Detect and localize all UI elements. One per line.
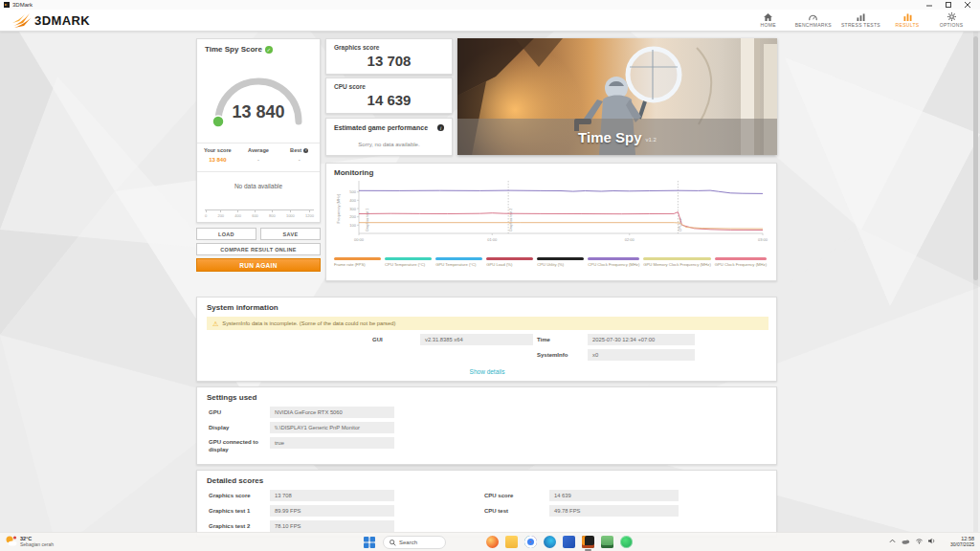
logo-swoosh-icon — [11, 11, 33, 29]
nav-results[interactable]: RESULTS — [890, 13, 924, 28]
hist-tick-label: 400 — [234, 213, 241, 218]
your-score-value: 13 840 — [197, 157, 238, 163]
estimated-empty-text: Sorry, no data available. — [326, 142, 452, 147]
cpu-test-value: 49.78 FPS — [549, 505, 679, 517]
home-icon — [764, 13, 772, 21]
tray-chevron-up-icon[interactable] — [889, 539, 896, 543]
legend-label: GPU Clock Frequency (MHz) — [715, 262, 767, 267]
legend-item: GPU Load (%) — [486, 257, 537, 267]
svg-text:Graphics test 1: Graphics test 1 — [366, 209, 369, 231]
svg-text:400: 400 — [349, 198, 356, 203]
scrollbar-thumb[interactable] — [973, 36, 978, 280]
legend-label: CPU Utility (%) — [537, 262, 564, 267]
load-button[interactable]: LOAD — [196, 228, 256, 240]
minimize-icon[interactable] — [924, 1, 934, 9]
whatsapp-icon[interactable] — [620, 536, 633, 548]
best-info-icon[interactable]: i — [303, 148, 308, 153]
maximize-icon[interactable] — [944, 1, 953, 9]
cpu-score-card: CPU score 14 639 — [325, 77, 453, 114]
cpu-score-label: CPU score — [334, 83, 366, 90]
hist-tick-label: 200 — [217, 213, 224, 218]
sysinfo-warning-text: SystemInfo data is incomplete. (Some of … — [222, 320, 395, 326]
legend-item: GPU Clock Frequency (MHz) — [715, 257, 770, 267]
gpu-connected-value: true — [270, 437, 394, 449]
show-details-link[interactable]: Show details — [439, 368, 535, 375]
best-label: Best i — [278, 147, 320, 153]
svg-text:300: 300 — [349, 207, 356, 211]
gui-field-label: GUI — [372, 337, 383, 342]
run-again-button[interactable]: RUN AGAIN — [196, 258, 321, 272]
logo-text: 3DMARK — [34, 13, 90, 28]
results-bars-icon — [903, 13, 912, 21]
systeminfo-field-value: x0 — [588, 349, 695, 361]
graphics-score-value: 13 708 — [326, 53, 452, 69]
weather-widget[interactable]: 32°C Sebagian cerah — [5, 535, 54, 547]
warning-icon: ⚠ — [212, 320, 218, 327]
word-app-icon[interactable] — [563, 536, 575, 548]
start-button[interactable] — [364, 537, 375, 548]
speaker-icon[interactable] — [928, 538, 936, 544]
detailed-graphics-score-label: Graphics score — [209, 493, 251, 498]
nav-home[interactable]: HOME — [751, 13, 786, 28]
brand-logo: 3DMARK — [11, 11, 90, 29]
taskbar-app-icons — [486, 536, 633, 548]
sysinfo-warning-banner: ⚠ SystemInfo data is incomplete. (Some o… — [207, 317, 768, 330]
score-value: 13 840 — [232, 102, 284, 121]
svg-text:00:00: 00:00 — [354, 237, 365, 242]
nav-options[interactable]: OPTIONS — [934, 12, 969, 28]
legend-color-bar — [435, 257, 482, 260]
file-explorer-icon[interactable] — [505, 536, 518, 548]
svg-text:Frequency (MHz): Frequency (MHz) — [336, 193, 341, 224]
gpu-setting-label: GPU — [209, 409, 268, 415]
app-header: 3DMARK HOME BENCHMARKS STRESS TESTS — [0, 10, 980, 32]
browser-firefox-icon[interactable] — [486, 536, 499, 548]
search-icon — [390, 540, 396, 546]
score-card-title: Time Spy Score — [205, 45, 262, 54]
taskbar-search[interactable]: Search — [383, 536, 446, 549]
nav-stress-tests[interactable]: STRESS TESTS — [841, 13, 880, 28]
legend-label: GPU Load (%) — [486, 262, 512, 267]
browser-chrome-icon[interactable] — [524, 536, 537, 548]
score-gauge: 13 840 — [206, 64, 311, 129]
onedrive-cloud-icon[interactable] — [902, 539, 910, 544]
monitoring-legend: Frame rate (FPS)CPU Temperature (°C)GPU … — [334, 257, 770, 267]
divider — [197, 171, 320, 172]
detailed-scores-card: Detailed scores Graphics score 13 708 Gr… — [196, 470, 777, 537]
average-label: Average — [238, 147, 279, 153]
svg-text:200: 200 — [349, 214, 356, 219]
close-icon[interactable] — [963, 1, 972, 9]
estimated-info-icon[interactable]: i — [437, 124, 444, 131]
monitoring-title: Monitoring — [334, 168, 373, 177]
banner-title: Time Spy — [578, 129, 641, 145]
display-settings-app-icon[interactable] — [601, 536, 613, 548]
legend-item: CPU Temperature (°C) — [385, 257, 435, 267]
system-information-card: System information ⚠ SystemInfo data is … — [196, 297, 777, 382]
best-label-text: Best — [290, 147, 301, 153]
histogram-axis: 0 200 400 600 800 1000 1200 — [205, 209, 314, 218]
nav-benchmarks-label: BENCHMARKS — [795, 22, 832, 28]
legend-item: Frame rate (FPS) — [334, 257, 385, 267]
window-title: 3DMark — [12, 2, 33, 8]
hist-tick-label: 0 — [205, 213, 207, 218]
clock-date: 30/07/2025 — [950, 541, 974, 547]
score-stats-row: Your score 13 840 Average - Best i - — [197, 147, 320, 163]
3dmark-app-icon[interactable] — [582, 536, 594, 548]
estimated-performance-card: Estimated game performance i Sorry, no d… — [325, 118, 453, 156]
nav-benchmarks[interactable]: BENCHMARKS — [795, 13, 832, 28]
cpu-score-value: 14 639 — [326, 92, 452, 108]
banner-caption: Time Spy v1.2 — [457, 119, 777, 155]
display-setting-label: Display — [209, 425, 268, 430]
hist-tick-label: 600 — [252, 213, 258, 218]
wifi-icon[interactable] — [916, 539, 923, 544]
browser-edge-icon[interactable] — [544, 536, 556, 548]
your-score-label: Your score — [197, 147, 238, 153]
taskbar-clock[interactable]: 12:58 30/07/2025 — [950, 536, 974, 547]
gpu-setting-value: NVIDIA GeForce RTX 5060 — [270, 407, 394, 418]
system-tray — [889, 538, 936, 544]
nav-results-label: RESULTS — [896, 22, 920, 28]
compare-result-online-button[interactable]: COMPARE RESULT ONLINE — [196, 243, 321, 255]
settings-used-card: Settings used GPU NVIDIA GeForce RTX 506… — [196, 386, 777, 465]
legend-color-bar — [385, 257, 432, 260]
hist-tick-label: 1200 — [305, 213, 314, 218]
save-button[interactable]: SAVE — [260, 228, 321, 240]
